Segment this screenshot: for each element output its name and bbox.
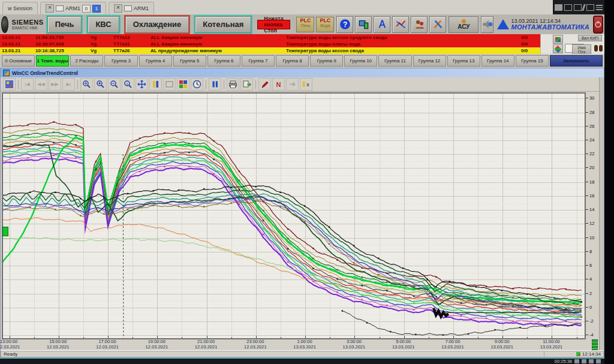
users-icon	[414, 19, 425, 30]
print-button[interactable]	[227, 78, 239, 91]
kip-on-button[interactable]: Вкл КИП	[578, 35, 602, 41]
trend-canvas[interactable]	[2, 93, 585, 339]
nav-button-охлаждение[interactable]: Охлаждение	[125, 16, 189, 33]
group-tab-6[interactable]: Группа 6	[207, 55, 240, 67]
pause-button[interactable]	[209, 78, 221, 91]
alarm-time: 10:16:38,725	[34, 48, 89, 53]
workstation-button[interactable]	[355, 16, 372, 33]
chat-icon[interactable]	[564, 4, 572, 11]
window-scrollbar[interactable]	[599, 77, 604, 354]
group-tab-4[interactable]: Группа 4	[139, 55, 172, 67]
toolbar-separator	[255, 80, 256, 89]
fullscreen-icon[interactable]	[596, 359, 601, 363]
move-button[interactable]	[136, 78, 148, 91]
group-tab-10[interactable]: Группа 10	[344, 55, 377, 67]
zoom-out-button[interactable]	[108, 78, 121, 91]
nav-button-печь[interactable]: Печь	[47, 16, 82, 33]
y-tick--4: -4	[586, 332, 594, 338]
group-tab-bar: 0 Основные1 Темп. воды2 РасходыГруппа 3Г…	[0, 54, 604, 68]
palette-icon[interactable]	[553, 44, 563, 53]
group-tab-5[interactable]: Группа 5	[173, 55, 206, 67]
group-tab-14[interactable]: Группа 14	[481, 55, 514, 67]
flash-icon[interactable]	[582, 4, 586, 11]
zoom-original-button[interactable]: 1	[122, 78, 134, 91]
zoom-select-icon	[96, 80, 105, 89]
clock-button[interactable]	[191, 78, 203, 91]
plc-button-печь[interactable]: PLCПечь	[296, 17, 314, 32]
group-tab-8[interactable]: Группа 8	[276, 55, 309, 67]
alarm-date: 13.03.21	[0, 35, 34, 40]
group-tab-0[interactable]: 0 Основные	[2, 55, 35, 67]
record-icon[interactable]	[574, 359, 579, 363]
help-button[interactable]: ?	[336, 16, 353, 33]
memorize-button[interactable]: Запомнить	[550, 55, 603, 67]
time-range-button[interactable]	[149, 78, 162, 91]
session-tab-arm1-2[interactable]: ✕ARM1	[109, 2, 154, 14]
pen-button[interactable]	[258, 78, 271, 91]
settings-button[interactable]	[3, 78, 16, 91]
compass-button[interactable]	[374, 16, 390, 33]
alarm-row-3[interactable]: 13.03.2110:16:38,725VgTT7a26AL предупреж…	[0, 47, 604, 54]
group-tab-11[interactable]: Группа 11	[378, 55, 411, 67]
trends-button[interactable]	[392, 16, 409, 33]
camera-icon[interactable]	[555, 4, 562, 11]
lock-icon[interactable]	[589, 359, 594, 363]
zoom-in-button[interactable]	[80, 78, 93, 91]
status-time: 12:14:34	[582, 351, 601, 357]
first-button[interactable]: |◀	[21, 78, 34, 91]
group-tab-1[interactable]: 1 Темп. воды	[36, 55, 69, 67]
group-tab-12[interactable]: Группа 12	[413, 55, 446, 67]
trend-toolbar: |◀◀◀▶▶▶|1Nx	[1, 77, 604, 92]
group-tab-13[interactable]: Группа 13	[447, 55, 480, 67]
alarm-row-2[interactable]: 13.03.2110:39:07,698VgTT7a31ALL Авария м…	[0, 41, 604, 47]
next-button[interactable]: ▶▶	[49, 78, 61, 91]
speaker-icon[interactable]	[481, 16, 493, 33]
alarm-row-1[interactable]: 13.03.2111:54:33,735VgTT7a13ALL Авария м…	[0, 34, 604, 41]
monitor-screen: w Session✕ARM101✕ARM1 SIEMENS SIMATIC HM…	[0, 0, 604, 364]
nav-button-квс[interactable]: КВС	[88, 16, 119, 33]
menu-icon[interactable]	[596, 5, 603, 10]
zoom-select-button[interactable]	[94, 78, 107, 91]
last-button[interactable]: ▶|	[62, 78, 75, 91]
group-tab-9[interactable]: Группа 9	[310, 55, 343, 67]
alarm-list-button[interactable]: N	[272, 78, 285, 91]
window-title-bar[interactable]: WinCC OnlineTrendControl	[1, 68, 604, 77]
binoculars-icon[interactable]	[594, 45, 603, 52]
statistics-button[interactable]: x	[300, 78, 312, 91]
alarm-cnt: 0/0	[519, 41, 541, 47]
zoom-area-button[interactable]	[163, 78, 176, 91]
group-tab-3[interactable]: Группа 3	[104, 55, 137, 67]
battery-icon[interactable]	[574, 4, 582, 11]
group-tab-2[interactable]: 2 Расходы	[70, 55, 103, 67]
prev-button[interactable]: ◀◀	[35, 78, 47, 91]
plc-button-вода[interactable]: PLCВода	[316, 17, 334, 32]
session-tab-w-session-0[interactable]: w Session	[2, 2, 38, 14]
trend-plot[interactable]	[2, 92, 586, 339]
image-icon[interactable]	[553, 35, 563, 44]
alarm-src: Vg	[89, 41, 112, 47]
users-button[interactable]	[411, 16, 428, 33]
step-button[interactable]	[286, 78, 299, 91]
trends-icon	[395, 19, 407, 30]
window-icon	[3, 70, 10, 76]
power-button[interactable]	[593, 16, 603, 34]
select-trends-button[interactable]	[177, 78, 189, 91]
group-tab-15[interactable]: Группа 15	[516, 55, 549, 67]
tools-icon	[432, 19, 444, 30]
close-icon[interactable]: ✕	[114, 4, 122, 13]
asu-button[interactable]: АСУ	[449, 16, 478, 33]
chat-icon[interactable]	[582, 359, 586, 363]
zoom-out-icon	[110, 80, 119, 89]
nav-button-котельная[interactable]: Котельная	[195, 16, 251, 33]
session-tab-arm1-1[interactable]: ✕ARM101	[40, 2, 106, 14]
group-tab-7[interactable]: Группа 7	[242, 55, 275, 67]
pause-icon	[210, 80, 219, 89]
alarm-side-panel: 25 Вкл КИП Имя Плз	[540, 34, 604, 54]
display-icon[interactable]	[586, 4, 594, 11]
tools-button[interactable]	[429, 16, 446, 33]
export-button[interactable]	[240, 78, 253, 91]
close-icon[interactable]: ✕	[46, 4, 54, 13]
y-tick-12: 12	[586, 221, 594, 226]
alarm-tag: TT7a26	[112, 48, 149, 53]
x-tick-15:00:00: 15:00:0012.03.2021	[38, 339, 78, 350]
